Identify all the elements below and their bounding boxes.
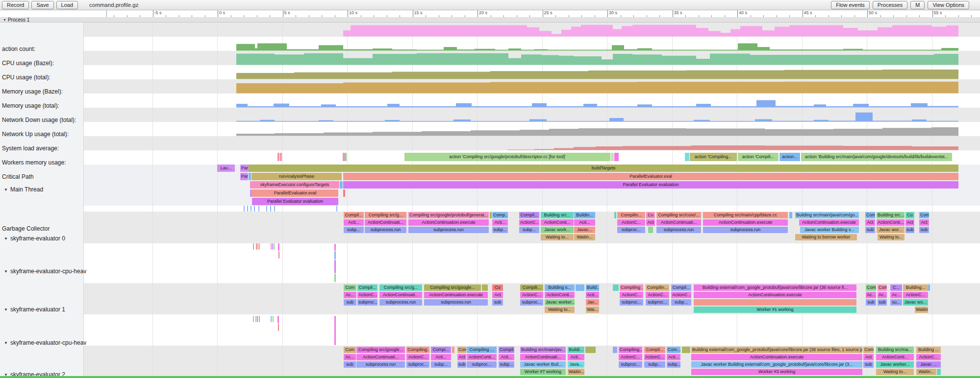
track-label-row[interactable]: ▼Main Thread xyxy=(4,186,43,193)
garbage-collector-ticks-mark[interactable] xyxy=(254,206,255,212)
timeline-span[interactable]: Compil... xyxy=(344,212,364,218)
timeline-span[interactable]: Com xyxy=(457,347,466,353)
timeline-span[interactable]: action 'Compiling... xyxy=(690,153,737,161)
timeline-span[interactable]: ActionC... xyxy=(646,292,669,298)
timeline-span[interactable]: Acti... xyxy=(586,292,599,298)
timeline-span[interactable]: ActionContinuati... xyxy=(520,354,566,360)
timeline-span[interactable]: Building ... xyxy=(916,347,941,353)
timeline-span[interactable]: sub xyxy=(866,299,876,306)
timeline-span[interactable]: Act xyxy=(646,219,655,226)
timeline-span[interactable]: ParallelEvaluator.eval xyxy=(343,173,958,180)
timeline-span[interactable] xyxy=(614,212,616,218)
timeline-span[interactable]: Waitin... xyxy=(916,369,936,375)
view-options-button[interactable]: View Options xyxy=(928,1,969,9)
timeline-span[interactable]: Compiling src/google... xyxy=(356,347,405,353)
timeline-span[interactable]: Compil... xyxy=(357,284,377,291)
track-label-row[interactable]: ▼skyframe-evaluator 1 xyxy=(4,306,65,313)
collapse-arrow-icon[interactable]: ▼ xyxy=(4,188,8,192)
skyframe-evaluator-cpu-heavy-a-mark[interactable] xyxy=(272,243,273,250)
timeline-span[interactable]: sub xyxy=(492,299,503,306)
timeline-span[interactable] xyxy=(613,284,619,291)
timeline-span[interactable]: subp... xyxy=(671,299,691,306)
timeline-span[interactable]: Act xyxy=(865,219,875,226)
timeline-span[interactable]: Javac worker... xyxy=(545,299,575,306)
timeline-span[interactable] xyxy=(613,347,617,353)
timeline-span[interactable] xyxy=(490,212,492,218)
timeline-span[interactable] xyxy=(249,173,251,180)
timeline-span[interactable]: Compiling src/g... xyxy=(379,284,422,291)
chart-network-up[interactable] xyxy=(0,108,980,122)
timeline-span[interactable]: Compil... xyxy=(499,347,514,353)
timeline-span[interactable]: Com xyxy=(344,284,356,291)
skyframe-evaluator-cpu-heavy-a-mark[interactable] xyxy=(257,243,258,250)
timeline-span[interactable]: Building src... xyxy=(541,212,574,218)
timeline-span[interactable]: Waiting to... xyxy=(541,234,574,240)
timeline-span[interactable]: Co xyxy=(492,284,503,291)
chart-memory-usage-bazel[interactable] xyxy=(0,65,980,79)
skyframe-evaluator-cpu-heavy-a-mark[interactable] xyxy=(278,243,279,251)
timeline-span[interactable]: subp... xyxy=(667,361,680,368)
chart-workers-memory-usage[interactable] xyxy=(0,136,980,150)
timeline-span[interactable]: sub xyxy=(878,299,887,306)
timeline-span[interactable]: Ac... xyxy=(344,354,356,360)
timeline-span[interactable]: Compiling src/g... xyxy=(365,212,406,218)
garbage-collector-ticks-mark[interactable] xyxy=(336,206,337,212)
skyframe-evaluator-cpu-heavy-b-mark[interactable] xyxy=(255,316,256,322)
timeline-span[interactable]: Worker #7 working xyxy=(520,369,566,375)
timeline-span[interactable]: subprocess.run xyxy=(365,227,406,233)
timeline-span[interactable]: Javac wo... xyxy=(903,299,928,306)
timeline-span[interactable]: Acti... xyxy=(574,219,595,226)
timeline-span[interactable]: Acti... xyxy=(499,354,514,360)
timeline-span[interactable]: subproc... xyxy=(520,299,543,306)
garbage-collector-ticks-mark[interactable] xyxy=(274,206,275,212)
garbage-collector-ticks-mark[interactable] xyxy=(247,206,248,212)
timeline-span[interactable] xyxy=(928,284,930,291)
metadata-button[interactable]: M xyxy=(910,1,925,9)
timeline-span[interactable]: Ac... xyxy=(866,292,876,298)
skyframe-evaluator-cpu-heavy-a-mark[interactable] xyxy=(253,243,254,250)
timeline-span[interactable]: Waiting to... xyxy=(545,307,575,313)
timeline-span[interactable]: Com xyxy=(866,284,876,291)
timeline-span[interactable]: Jav... xyxy=(586,299,599,306)
timeline-span[interactable] xyxy=(682,347,690,353)
timeline-span[interactable]: Ac... xyxy=(878,292,887,298)
skyframe-evaluator-cpu-heavy-a-mark[interactable] xyxy=(278,251,279,259)
timeline-span[interactable]: ActionC... xyxy=(671,292,691,298)
timeline-span[interactable]: subp... xyxy=(344,227,364,233)
timeline-span[interactable]: ActionC... xyxy=(520,292,543,298)
timeline-span[interactable]: Compiling src/google/protobuf/generat... xyxy=(408,212,489,218)
timeline-span[interactable]: action... xyxy=(779,153,800,161)
timeline-span[interactable]: Com... xyxy=(667,347,680,353)
timeline-span[interactable]: ActionC... xyxy=(519,219,539,226)
timeline-span[interactable]: sub xyxy=(863,361,874,368)
timeline-span[interactable]: ActionContinuati... xyxy=(656,219,701,226)
timeline-span[interactable]: Waitin... xyxy=(568,369,584,375)
skyframe-evaluator-cpu-heavy-b-mark[interactable] xyxy=(277,316,279,323)
timeline-span[interactable]: runAnalysisPhase xyxy=(251,173,342,180)
timeline-span[interactable]: ActionC... xyxy=(617,219,645,226)
timeline-span[interactable]: sub xyxy=(344,361,356,368)
chart-action-count[interactable] xyxy=(0,23,980,37)
skyframe-evaluator-cpu-heavy-a-mark[interactable] xyxy=(334,244,336,251)
timeline-span[interactable]: Compiling... xyxy=(619,347,642,353)
timeline-span[interactable]: ActionConti... xyxy=(877,219,905,226)
timeline-span[interactable]: ActionContinuati... xyxy=(379,292,422,298)
timeline-span[interactable]: Compiling src/core/... xyxy=(656,212,701,218)
timeline-span[interactable]: Co xyxy=(646,212,655,218)
timeline-span[interactable]: ParallelEvaluator.eval xyxy=(252,189,338,197)
timeline-span[interactable]: Waitin... xyxy=(915,307,928,313)
timeline-span[interactable]: Waiting to... xyxy=(878,234,905,240)
timeline-span[interactable]: su... xyxy=(890,299,902,306)
timeline-span[interactable]: Com xyxy=(344,347,356,353)
timeline-span[interactable] xyxy=(482,284,488,291)
timeline-span[interactable]: Wai... xyxy=(586,307,599,313)
timeline-span[interactable] xyxy=(789,212,792,218)
skyframe-evaluator-cpu-heavy-a-mark[interactable] xyxy=(274,243,275,250)
timeline-span[interactable] xyxy=(694,299,856,306)
timeline-span[interactable]: ActionC... xyxy=(619,354,642,360)
timeline-span[interactable]: Waiting to... xyxy=(876,369,914,375)
timeline-span[interactable]: sub xyxy=(905,227,914,233)
skyframe-evaluator-cpu-heavy-a-mark[interactable] xyxy=(334,274,336,282)
timeline-span[interactable]: Com xyxy=(919,212,929,218)
timeline-span[interactable]: ActionConti... xyxy=(467,354,497,360)
